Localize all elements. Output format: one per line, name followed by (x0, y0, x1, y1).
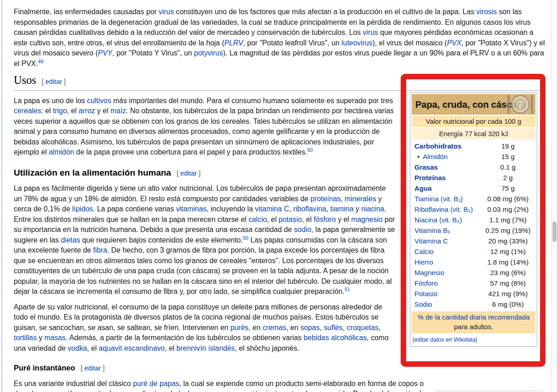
vertical-scrollbar[interactable] (551, 0, 557, 392)
infobox-footer: % de la cantidad diaria recomendada para… (412, 311, 535, 333)
wiki-link[interactable]: virus (159, 8, 174, 16)
wiki-link[interactable]: brennivín islandés (176, 344, 235, 352)
nutrient-row: Tiamina (vit. B₁)0.08 mg (6%) (412, 193, 535, 204)
nutrient-value: 2 g (480, 172, 535, 183)
heading-text: Usos (14, 74, 36, 86)
nutrient-value: 0.25 mg (19%) (480, 225, 535, 236)
nutrient-link[interactable]: Proteínas (414, 174, 446, 182)
wiki-link[interactable]: fibra (93, 246, 107, 254)
wiki-link[interactable]: cultivos (87, 97, 111, 105)
wiki-link[interactable]: cremas (263, 324, 287, 331)
nutrient-link[interactable]: Riboflavina (vit. B₂) (414, 205, 473, 213)
wiki-link[interactable]: trigo (53, 107, 67, 115)
wiki-link[interactable]: purés (230, 324, 248, 331)
wiki-link[interactable]: sodio (294, 226, 311, 233)
wiki-link[interactable]: leche (178, 390, 196, 392)
wiki-link[interactable]: luteovirus (342, 39, 373, 47)
wiki-link[interactable]: vitaminas (176, 205, 207, 213)
nutrient-row: Fósforo57 mg (8%) (412, 278, 535, 288)
nutrient-value: 15 g (480, 151, 535, 162)
nutrient-row: Grasas0.1 g (412, 162, 535, 172)
daily-value-link[interactable]: % de la cantidad diaria recomendada (418, 314, 529, 321)
wikidata-edit-link[interactable]: editar datos en Wikidata (414, 337, 475, 343)
nutrient-row: •Almidón15 g (412, 151, 535, 162)
wiki-link[interactable]: magnesio (351, 215, 383, 223)
nutrient-value: 75 g (480, 183, 535, 193)
reference-link[interactable]: 50 (307, 147, 313, 153)
nutrient-link[interactable]: Sodio (414, 300, 432, 308)
scrollbar-thumb[interactable] (552, 221, 557, 242)
nutrient-link[interactable]: Almidón (423, 153, 447, 160)
wiki-link[interactable]: PVX (447, 39, 462, 47)
nutrient-row: Niacina (vit. B₃)1.1 mg (7%) (412, 215, 535, 225)
nutrient-link[interactable]: Agua (414, 184, 432, 192)
nutrient-row: Riboflavina (vit. B₂)0.03 mg (2%) (412, 204, 535, 215)
article-content: Finalmente, las enfermedades causadas po… (2, 0, 546, 392)
wiki-link[interactable]: aquavit escandinavo (99, 344, 165, 352)
wiki-link[interactable]: almidón (49, 148, 74, 156)
nutrient-link[interactable]: Vitamina B₆ (414, 226, 450, 234)
nutrient-row: Vitamina B₆0.25 mg (19%) (412, 225, 535, 236)
edit-link-pure[interactable]: editar (84, 364, 101, 372)
nutrient-link[interactable]: Niacina (vit. B₃) (414, 216, 462, 224)
edit-link-alimentacion[interactable]: editar (180, 170, 197, 177)
wiki-link[interactable]: fósforo (314, 215, 336, 223)
wiki-link[interactable]: lípidos (72, 205, 93, 213)
heading-text: Utilización en la alimentación humana (14, 168, 171, 177)
wiki-link[interactable]: niacina (361, 205, 384, 213)
nutrient-row: Vitamina C20 mg (33%) (412, 236, 535, 246)
wiki-link[interactable]: potyvirus (194, 49, 223, 57)
nutrient-row: Magnesio23 mg (6%) (412, 267, 535, 278)
wiki-link[interactable]: virus (363, 28, 378, 36)
nutrient-link[interactable]: Hierro (414, 258, 433, 266)
nutrient-row: Proteínas2 g (412, 172, 535, 183)
wiki-link[interactable]: vitamina C (255, 205, 289, 213)
wiki-link[interactable]: dietas (61, 236, 80, 244)
nutrient-row: Potasio421 mg (9%) (412, 288, 535, 299)
edit-link-usos[interactable]: editar (45, 78, 62, 85)
infobox-title: Papa, cruda, con cáscara (412, 94, 535, 115)
nutrient-link[interactable]: Calcio (414, 248, 434, 255)
wikidata-edit-row: [editar datos en Wikidata] (412, 333, 535, 345)
reference-link[interactable]: 51 (344, 287, 350, 292)
reference-link[interactable]: 50 (243, 235, 248, 240)
wiki-link[interactable]: sopas (300, 324, 320, 331)
nutrient-link[interactable]: Magnesio (414, 269, 444, 276)
nutrient-value: 0.08 mg (6%) (480, 193, 535, 204)
nutrient-link[interactable]: Carbohidratos (414, 142, 462, 150)
wiki-link[interactable]: virosis (476, 8, 497, 16)
nutrient-row: Agua75 g (412, 183, 535, 193)
wiki-link[interactable]: puré de papas (133, 380, 179, 387)
wiki-link[interactable]: masas (44, 334, 66, 342)
wiki-link[interactable]: proteínas (310, 195, 341, 203)
infobox-footer-text: para adultos. (454, 323, 493, 331)
wiki-link[interactable]: bebidas alcohólicas (303, 334, 367, 342)
nutrient-value: 0.03 mg (2%) (480, 204, 535, 215)
nutrient-link[interactable]: Grasas (414, 163, 438, 171)
wiki-link[interactable]: calcio (248, 215, 267, 223)
wiki-link[interactable]: potasio (279, 215, 302, 223)
nutrient-link[interactable]: Fósforo (414, 279, 438, 287)
annotation-highlight: Papa, cruda, con cáscara Valor nutricion… (401, 74, 546, 367)
wiki-link[interactable]: vodka (68, 344, 87, 352)
nutrient-link[interactable]: Tiamina (vit. B₁) (414, 195, 463, 203)
nutrient-link[interactable]: Potasio (414, 290, 437, 298)
wiki-link[interactable]: PLRV (224, 39, 243, 47)
wiki-link[interactable]: riboflavina (293, 205, 326, 213)
wiki-link[interactable]: arroz (78, 107, 95, 115)
wiki-link[interactable]: minerales (345, 195, 376, 203)
plate-cutlery-icon (506, 94, 535, 115)
nutrient-value: 1.1 mg (7%) (480, 215, 535, 225)
wiki-link[interactable]: suflés (324, 324, 342, 331)
wiki-link[interactable]: maíz (110, 107, 126, 115)
wiki-link[interactable]: tortillas (14, 334, 37, 342)
wiki-link[interactable]: cereales (14, 107, 41, 115)
wiki-link[interactable]: croquetas (347, 324, 378, 331)
reference-link[interactable]: 49 (38, 58, 44, 64)
wiki-link[interactable]: PVY (98, 49, 113, 57)
nutrient-link[interactable]: Vitamina C (414, 237, 448, 245)
nutrient-value: 1.8 mg (14%) (480, 257, 535, 267)
wiki-link[interactable]: tiamina (330, 205, 353, 213)
nutrient-row: Hierro1.8 mg (14%) (412, 257, 535, 267)
nutrient-value: 23 mg (6%) (480, 267, 535, 278)
